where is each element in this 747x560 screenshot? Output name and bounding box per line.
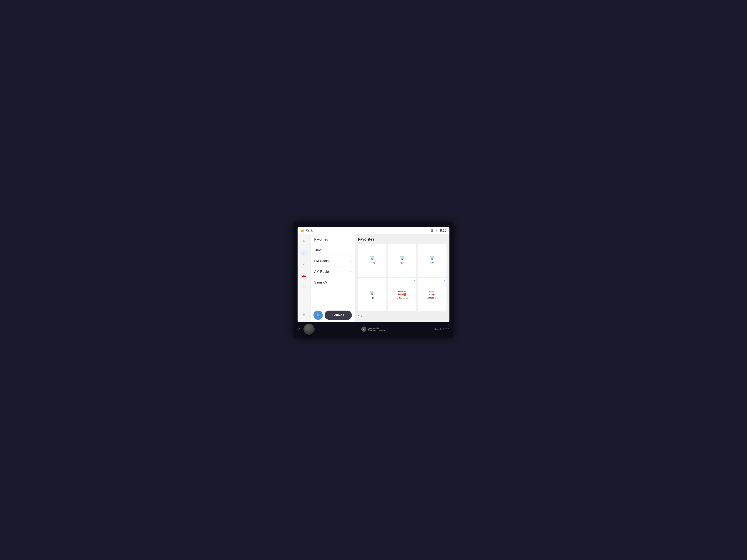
menu-item-am-radio[interactable]: AM Radio › [310,266,355,277]
sidebar-icon-settings[interactable]: ⚙ [300,311,308,319]
favorite-card-sirius-hits[interactable]: ⊕ SIRIUSXM Hits 1 SiriusXM ... [388,278,416,312]
car-infotainment-unit: 📻 Radio 🔇 ✱ 8:22 ▶ ♪ ✆ 🚗 ⚙ Favo [294,222,453,339]
radio-header-icon: 📻 [301,229,304,233]
header-left: 📻 Radio [301,229,313,233]
search-icon: 🔍 [316,313,320,317]
car-controls: VOL g gracenote A NIELSEN COMPANY ((• Si… [298,322,449,335]
sirius-xm-footer: ((• SiriusXm)) HD R [432,328,449,330]
favorite-card-classic-vinyl[interactable]: ⊕ Classic vinyl Classic V... [418,278,446,312]
sidebar-icon-music[interactable]: ♪ [300,249,308,257]
menu-item-am-radio-label: AM Radio [314,270,329,274]
left-menu-panel: Favorites Tune FM Radio › AM Radio › Sir… [310,234,355,322]
favorite-classic-vinyl-label: Classic V... [427,297,438,299]
sirius-badge-icon: ⊕ [444,279,445,282]
bluetooth-icon: ✱ [436,229,438,232]
favorite-frequency-981: 98.1 [400,262,405,265]
sirius-badge-icon: ⊕ [414,279,415,282]
favorite-frequency-879: 87.9 [369,262,375,265]
infotainment-screen: 📻 Radio 🔇 ✱ 8:22 ▶ ♪ ✆ 🚗 ⚙ Favo [298,227,449,322]
favorite-card-1000[interactable]: 📡 1000 [358,278,386,312]
main-content: ▶ ♪ ✆ 🚗 ⚙ Favorites Tune FM Radio › [298,234,449,322]
menu-item-fm-radio[interactable]: FM Radio › [310,256,355,266]
sirius-hits-logo: SIRIUSXM Hits 1 [398,291,406,296]
sidebar: ▶ ♪ ✆ 🚗 ⚙ [298,234,310,322]
radio-antenna-icon: 📡 [430,256,435,261]
menu-item-siriusxm-label: SiriusXM [314,281,328,285]
sidebar-icon-car[interactable]: 🚗 [300,272,308,279]
radio-antenna-icon: 📡 [400,256,405,261]
mute-icon: 🔇 [431,229,433,232]
chevron-right-icon: › [350,281,351,284]
sidebar-icon-navigation[interactable]: ▶ [300,237,308,245]
currently-playing-frequency: 103.3 [358,314,446,319]
favorite-frequency-530: 530 [430,262,434,265]
radio-antenna-icon: 📡 [370,256,375,261]
menu-item-fm-radio-label: FM Radio [314,259,329,263]
classic-vinyl-logo: Classic vinyl [429,291,435,296]
chevron-right-icon: › [350,260,351,262]
favorites-panel: Favorites 📡 87.9 📡 98.1 📡 [355,234,449,322]
favorites-heading: Favorites [358,237,446,241]
favorite-card-879[interactable]: 📡 87.9 [358,244,386,277]
header-bar: 📻 Radio 🔇 ✱ 8:22 [298,227,449,234]
volume-knob[interactable] [304,323,315,335]
favorites-grid: 📡 87.9 📡 98.1 📡 530 📡 [358,244,446,312]
favorite-frequency-1000: 1000 [369,296,375,299]
vol-label: VOL [298,328,302,330]
menu-item-tune-label: Tune [314,248,321,252]
search-button[interactable]: 🔍 [313,311,323,320]
clock-display: 8:22 [440,229,446,233]
sources-button[interactable]: Sources [325,311,352,320]
menu-item-favorites[interactable]: Favorites [310,234,355,245]
screen-title: Radio [306,229,313,232]
radio-antenna-icon: 📡 [370,291,375,295]
gracenote-branding: g gracenote A NIELSEN COMPANY [361,326,385,332]
gracenote-name: gracenote [367,327,385,330]
chevron-right-icon: › [350,270,351,273]
menu-item-tune[interactable]: Tune [310,245,355,256]
sidebar-icon-phone[interactable]: ✆ [300,260,308,268]
menu-item-favorites-label: Favorites [314,238,328,241]
bottom-buttons: 🔍 Sources [310,308,355,322]
header-right: 🔇 ✱ 8:22 [431,229,446,233]
menu-item-siriusxm[interactable]: SiriusXM › [310,277,355,288]
favorite-card-981[interactable]: 📡 98.1 [388,244,416,277]
gracenote-subtitle: A NIELSEN COMPANY [367,330,385,331]
favorite-card-530[interactable]: 📡 530 [418,244,446,277]
gracenote-logo-icon: g [361,326,366,332]
favorite-sirius-hits-label: SiriusXM ... [396,296,408,299]
